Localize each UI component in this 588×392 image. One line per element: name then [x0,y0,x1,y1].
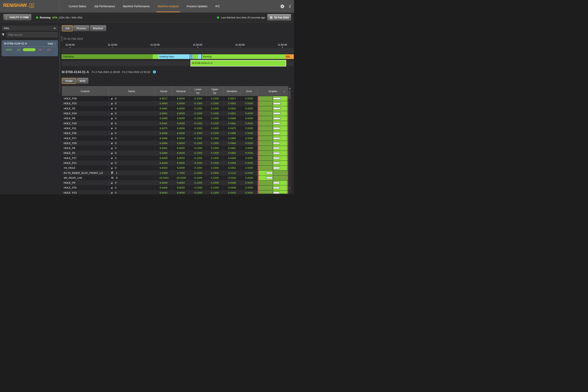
table-row[interactable]: HOLE_P16⌀06.84916.8000-0.10000.10000.049… [62,111,288,116]
table-row[interactable]: HOLE_P17⌀06.84656.8000-0.10000.10000.046… [62,136,288,140]
error-value: 0.0000 [241,111,258,116]
column-header-feature[interactable]: Feature [62,86,108,96]
table-row[interactable]: HOLE_P25⌀06.84666.8000-0.10000.10000.046… [62,131,288,136]
mode-tab-multi[interactable]: Multi [76,78,89,84]
table-row[interactable]: HOLE_P5⌀06.84926.8000-0.10000.10000.0492… [62,106,288,111]
actual-value: 6.8491 [155,111,172,116]
feature-name: HOLE_P27 [62,156,108,160]
nominal-value: 6.8000 [172,190,190,194]
actual-value: 6.8453 [155,166,172,170]
state-segment-running [153,54,158,59]
name-value: 0 [115,191,116,194]
job-info-icon[interactable]: i [153,70,156,74]
deviation-marker [273,102,280,105]
feature-type-and-name: ⌀0 [108,166,155,170]
in-tolerance-zone-left [259,116,273,121]
upper-tol-value: 0.1000 [206,190,224,194]
date-picker-button[interactable]: 02 Feb 2024 [267,14,291,21]
table-row[interactable]: HOLE_P2⌀06.84606.8000-0.10000.10000.0460… [62,150,288,156]
time-tick-label: 11:50:00 [275,44,290,46]
table-scrollbar-thumb[interactable] [288,90,291,99]
column-header-lower-tol-[interactable]: Lower Tol. [190,86,206,96]
column-header-deviation[interactable]: Deviation [224,86,241,96]
timeline-job-bar[interactable]: M-9768-4144-01-A [190,60,286,66]
column-header-error[interactable]: Error [241,86,258,96]
chevron-up-icon[interactable] [53,27,56,30]
feature-name: HOLE_P20 [62,185,108,190]
view-tab-job[interactable]: Job [62,25,73,31]
lower-tol-value: -0.1000 [190,141,206,146]
table-row[interactable]: HOLE_P21⌀06.84586.8000-0.10000.10000.045… [62,160,288,166]
nav-tab-machine-analysis[interactable]: Machine Analysis [154,0,183,12]
nominal-value: 6.8000 [172,131,190,136]
machine-state-timeline: CalibratingAwaiting InputRunningIdle [62,54,294,59]
scroll-down-arrow-icon[interactable] [289,188,290,189]
table-row[interactable]: HOLE_P26⌀06.84646.8000-0.10000.10000.046… [62,141,288,146]
nominal-value: 6.8000 [172,160,190,166]
view-tab-machine[interactable]: Machine [90,25,106,31]
deviation-value: 0.0458 [224,160,241,166]
column-header-name[interactable]: Name [108,86,155,96]
table-row[interactable]: HOLE_P20⌀06.84466.8000-0.10000.10000.044… [62,185,288,190]
sidebar-scrollbar[interactable] [60,26,60,93]
deviation-value: -0.1131 [224,170,241,175]
table-scrollbar-track[interactable] [288,86,291,194]
nav-tab-job-performance[interactable]: Job Performance [90,0,119,12]
machine-selector-button[interactable]: AGILITY S CMM [3,14,32,20]
upper-tol-value: 0.1000 [206,96,224,101]
nav-tab-ipc[interactable]: IPC [212,0,224,12]
table-row[interactable]: HOLE_P6⌀06.84896.8000-0.10000.10000.0489… [62,116,288,121]
table-row[interactable]: HOLE_P27⌀06.84596.8000-0.10000.10000.045… [62,156,288,160]
table-row[interactable]: HOLE_P8⌀06.84616.8000-0.10000.10000.0461… [62,146,288,150]
lower-tol-value: -0.1000 [190,150,206,156]
column-header-graphic[interactable]: Graphic↓ [258,86,288,96]
upper-tol-value: 0.1000 [206,176,224,180]
table-row[interactable]: HOLE_P19⌀06.84816.8000-0.10000.10000.048… [62,121,288,126]
gear-icon[interactable] [280,4,284,8]
progress-percent: 42% [52,16,58,19]
mode-tab-single[interactable]: Single [62,78,76,84]
tolerance-graphic [258,160,288,166]
nav-tab-current-status[interactable]: Current Status [65,0,90,12]
info-icon[interactable]: i [289,4,290,9]
column-header-actual[interactable]: Actual [155,86,172,96]
name-value: 0 [115,146,116,150]
column-header-upper-tol-[interactable]: Upper Tol. [206,86,224,96]
upper-tol-value: 0.1000 [206,106,224,111]
table-row[interactable]: M3_REAR_LHS9-29.5452-29.5000-0.10000.100… [62,176,288,180]
actual-value: 6.8464 [155,141,172,146]
probe-icon [5,16,8,19]
nav-tab-process-updates[interactable]: Process Updates [183,0,212,12]
table-row[interactable]: HOLE_P28⌀06.85176.8000-0.10000.10000.051… [62,96,288,101]
time-tick-label: 11:20:00 [148,44,162,46]
upper-tol-value: 0.1000 [206,136,224,140]
table-header: FeatureNameActualNominalLower Tol.Upper … [62,86,288,96]
deviation-marker [273,108,280,110]
view-tab-process[interactable]: Process [73,25,90,31]
actual-value: -29.5452 [155,176,172,180]
feature-type-and-name: ⌀0 [108,101,155,106]
table-row[interactable]: HOLE_P13⌀06.84436.8000-0.10000.10000.044… [62,190,288,194]
job-list-item[interactable]: M-9768-4144-01-A Total: 1 100% (1) 0% (0… [2,40,58,56]
tolerance-graphic [258,111,288,116]
jobs-panel-header[interactable]: Jobs [2,26,58,31]
table-row[interactable]: HOLE_P11⌀06.84756.8000-0.10000.10000.047… [62,126,288,131]
nav-tab-machine-performance[interactable]: Machine Performance [119,0,154,12]
scroll-up-arrow-icon[interactable] [289,88,291,89]
error-value: 0.0000 [241,136,258,140]
in-tolerance-zone-left [259,106,273,111]
table-row[interactable]: HOLE_P23⌀06.84936.8000-0.10000.10000.049… [62,101,288,106]
jobs-filter-input[interactable] [6,32,58,38]
nominal-value: 6.8000 [172,146,190,150]
error-value: 0.0000 [241,190,258,194]
column-header-nominal[interactable]: Nominal [172,86,190,96]
table-row[interactable]: HOLE_P9⌀06.84466.8000-0.10000.10000.0446… [62,180,288,185]
error-value: 0.0000 [241,166,258,170]
table-row[interactable]: H3_HOLE⌀06.84536.8000-0.10000.10000.0453… [62,166,288,170]
table-row[interactable]: R2.75_INNER_SLOT_FRONT_LH12.63692.7500-0… [62,170,288,175]
upper-tol-value: 0.1000 [206,160,224,166]
feature-type-and-name: ⌀0 [108,121,155,126]
tolerance-graphic [258,106,288,111]
probe-logo-icon [30,3,34,8]
error-value: 0.0000 [241,121,258,126]
